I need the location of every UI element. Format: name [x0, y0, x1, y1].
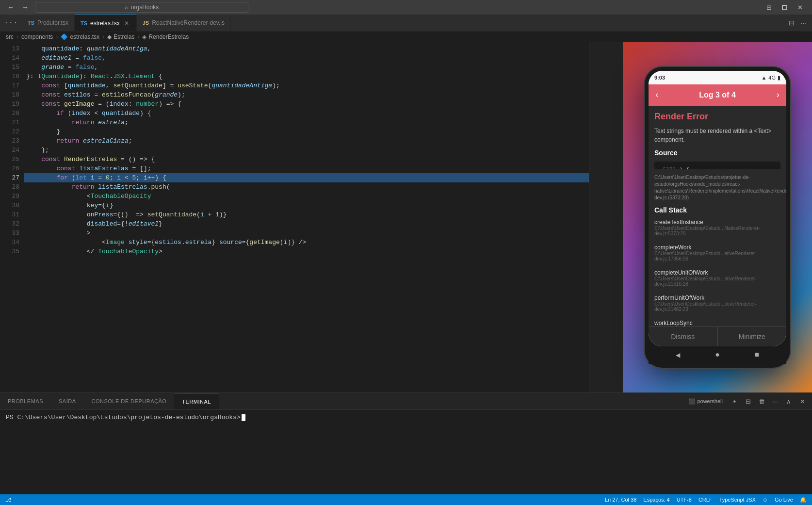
recent-button[interactable]: ■	[755, 351, 760, 359]
ln-30: 30	[0, 201, 19, 210]
code-line-16: }: IQuantidade): React.JSX.Element {	[24, 72, 589, 81]
tab-produtor[interactable]: TS Produtor.tsx	[22, 15, 75, 31]
ln-27: 27	[0, 173, 19, 182]
tab-terminal[interactable]: TERMINAL	[174, 393, 219, 409]
call-stack-item-3: completeUnitOfWork C:\Users\User\Desktop…	[654, 269, 780, 287]
ln-29: 29	[0, 192, 19, 201]
ln-35: 35	[0, 247, 19, 256]
ln-17: 17	[0, 81, 19, 90]
collapse-panel-button[interactable]: ∧	[783, 395, 795, 407]
line-numbers: 13 14 15 16 17 18 19 20 21 22 23 24 25 2…	[0, 42, 24, 392]
title-bar-search[interactable]: ⌕ orgsHooks	[35, 2, 248, 13]
terminal-cursor	[242, 414, 245, 421]
breadcrumb-fn[interactable]: RenderEstrelas	[148, 33, 189, 40]
phone-forward-button[interactable]: ›	[769, 90, 786, 100]
call-stack-item-2: completeWork C:\Users\User\Desktop\Estud…	[654, 244, 780, 261]
phone-back-button[interactable]: ‹	[649, 90, 666, 100]
code-line-34: <Image style={estilos.estrela} source={g…	[24, 238, 589, 247]
tab-console[interactable]: CONSOLE DE DEPURAÇÃO	[83, 393, 174, 409]
tab-saida[interactable]: SAÍDA	[51, 393, 84, 409]
minimize-window-button[interactable]: ⊟	[762, 0, 776, 15]
breadcrumb-file[interactable]: estrelas.tsx	[70, 33, 99, 40]
code-line-26: const listaEstrelas = [];	[24, 164, 589, 173]
ln-15: 15	[0, 63, 19, 72]
back-home-button[interactable]: ◀	[676, 350, 681, 360]
split-terminal-button[interactable]: ⊟	[742, 395, 754, 407]
search-text: orgsHooks	[131, 4, 159, 11]
ln-21: 21	[0, 118, 19, 127]
more-terminal-button[interactable]: ···	[769, 395, 781, 407]
call-stack-title: Call Stack	[654, 206, 780, 214]
tab-reactnative[interactable]: JS ReactNativeRenderer-dev.js	[137, 15, 231, 31]
phone-home-bar: ◀ ● ■	[649, 346, 786, 364]
breadcrumb-components[interactable]: components	[21, 33, 53, 40]
code-line-31: onPress={() => setQuantidade(i + 1)}	[24, 210, 589, 219]
ln-14: 14	[0, 53, 19, 63]
git-icon[interactable]: ⎇	[4, 497, 13, 503]
title-bar-nav: ← →	[5, 1, 31, 13]
phone-frame: 9:03 ▲ 4G ▮ ‹ Log 3 of 4 › Render Error	[645, 67, 790, 368]
code-line-21: return estrela;	[24, 118, 589, 127]
phone-time: 9:03	[654, 75, 665, 81]
go-live-button[interactable]: Go Live	[773, 497, 795, 503]
status-line[interactable]: Ln 27, Col 38	[603, 497, 638, 503]
home-button[interactable]: ●	[715, 351, 720, 359]
ln-16: 16	[0, 72, 19, 81]
error-desc: Text strings must be rendered within a <…	[654, 127, 780, 144]
tab-problemas[interactable]: PROBLEMAS	[0, 393, 51, 409]
close-panel-button[interactable]: ✕	[796, 395, 808, 407]
tab-bar-right: ⊟ ···	[787, 15, 812, 31]
feedback-icon[interactable]: ☺	[761, 497, 769, 503]
bottom-tabs: PROBLEMAS SAÍDA CONSOLE DE DEPURAÇÃO TER…	[0, 393, 812, 410]
code-editor: 13 14 15 16 17 18 19 20 21 22 23 24 25 2…	[0, 42, 623, 392]
new-terminal-button[interactable]: ＋	[729, 395, 740, 407]
code-line-28: return listaEstrelas.push(	[24, 182, 589, 192]
delete-terminal-button[interactable]: 🗑	[756, 395, 767, 407]
tab-estrelas[interactable]: TS estrelas.tsx ✕	[75, 15, 137, 31]
bottom-panel: PROBLEMAS SAÍDA CONSOLE DE DEPURAÇÃO TER…	[0, 392, 812, 494]
tab-icon-estrelas: TS	[81, 20, 87, 26]
close-window-button[interactable]: ✕	[793, 0, 807, 15]
phone-action-buttons: Dismiss Minimize	[649, 326, 786, 346]
code-lines[interactable]: quantidade: quantidadeAntiga, editavel =…	[24, 42, 589, 392]
status-spaces[interactable]: Espaços: 4	[642, 497, 671, 503]
phone-screen: 9:03 ▲ 4G ▮ ‹ Log 3 of 4 › Render Error	[649, 71, 786, 346]
minimize-button[interactable]: Minimize	[718, 327, 787, 346]
error-path: C:\Users\User\Desktop\Estudos\projetos-d…	[654, 174, 780, 201]
tab-bar: ··· TS Produtor.tsx TS estrelas.tsx ✕ JS…	[0, 15, 812, 32]
terminal-content[interactable]: PS C:\Users\User\Desktop\Estudos\projeto…	[0, 410, 812, 494]
maximize-window-button[interactable]: ⧠	[777, 0, 792, 15]
device-panel: 9:03 ▲ 4G ▮ ‹ Log 3 of 4 › Render Error	[623, 42, 812, 392]
ln-32: 32	[0, 219, 19, 228]
code-line-30: key={i}	[24, 201, 589, 210]
call-stack-item-5: workLoopSync C:\Users\User\Desktop\Estud…	[654, 320, 780, 326]
back-button[interactable]: ←	[5, 1, 16, 13]
code-line-14: editavel = false,	[24, 53, 589, 63]
status-line-ending[interactable]: CRLF	[697, 497, 714, 503]
breadcrumb-icon-symbol: ◆	[107, 33, 112, 40]
tab-icon-reactnative: JS	[143, 20, 149, 26]
code-line-24: };	[24, 146, 589, 155]
minimap	[589, 42, 623, 392]
terminal-label: ⬛ powershell	[688, 398, 723, 405]
phone-error-content: Render Error Text strings must be render…	[649, 106, 786, 326]
status-encoding[interactable]: UTF-8	[675, 497, 693, 503]
ln-20: 20	[0, 109, 19, 118]
more-actions-button[interactable]: ···	[798, 17, 808, 29]
code-line-13: quantidade: quantidadeAntiga,	[24, 44, 589, 53]
ln-26: 26	[0, 164, 19, 173]
breadcrumb-icon-fn: ◈	[142, 33, 146, 40]
dismiss-button[interactable]: Dismiss	[649, 327, 718, 346]
title-bar-controls: ⊟ ⧠ ✕	[762, 0, 807, 15]
breadcrumb-symbol[interactable]: Estrelas	[114, 33, 134, 40]
breadcrumb-src[interactable]: src	[6, 33, 14, 40]
status-language[interactable]: TypeScript JSX	[718, 497, 757, 503]
ln-34: 34	[0, 238, 19, 247]
tab-close-estrelas[interactable]: ✕	[123, 19, 130, 27]
split-editor-button[interactable]: ⊟	[787, 17, 796, 29]
forward-button[interactable]: →	[19, 1, 31, 13]
error-title: Render Error	[654, 112, 780, 122]
code-line-23: return estrelaCinza;	[24, 136, 589, 146]
notification-icon[interactable]: 🔔	[798, 497, 808, 503]
code-line-17: const [quantidade, setQuantidade] = useS…	[24, 81, 589, 90]
